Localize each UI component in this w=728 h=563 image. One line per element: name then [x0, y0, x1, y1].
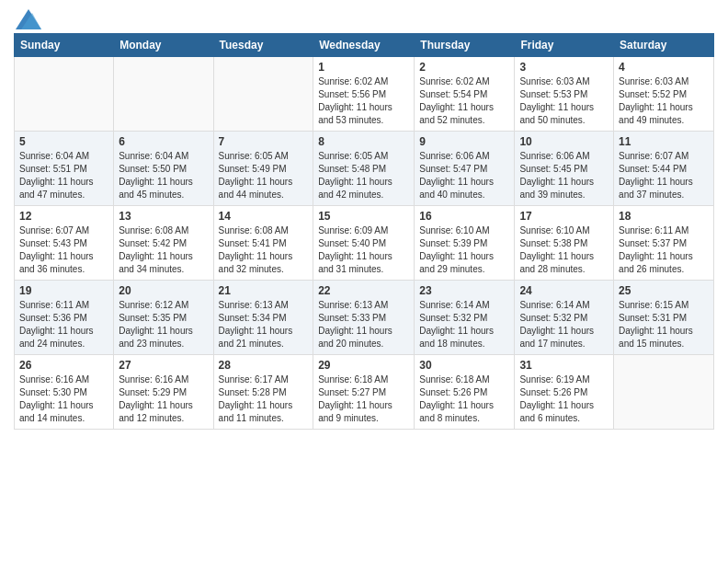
calendar-cell [114, 57, 213, 132]
calendar-cell: 6Sunrise: 6:04 AM Sunset: 5:50 PM Daylig… [114, 132, 213, 206]
weekday-header-friday: Friday [515, 34, 614, 57]
calendar-cell: 25Sunrise: 6:15 AM Sunset: 5:31 PM Dayli… [614, 281, 714, 355]
calendar-cell: 31Sunrise: 6:19 AM Sunset: 5:26 PM Dayli… [515, 355, 614, 430]
date-number: 19 [19, 284, 108, 297]
weekday-header-tuesday: Tuesday [213, 34, 313, 57]
cell-daylight-info: Sunrise: 6:16 AM Sunset: 5:29 PM Dayligh… [119, 373, 208, 425]
calendar-cell: 11Sunrise: 6:07 AM Sunset: 5:44 PM Dayli… [614, 132, 714, 206]
cell-daylight-info: Sunrise: 6:04 AM Sunset: 5:50 PM Dayligh… [119, 150, 208, 201]
date-number: 29 [318, 359, 409, 372]
weekday-header-row: SundayMondayTuesdayWednesdayThursdayFrid… [15, 34, 714, 57]
calendar-cell: 1Sunrise: 6:02 AM Sunset: 5:56 PM Daylig… [313, 57, 415, 132]
date-number: 7 [219, 135, 309, 148]
cell-daylight-info: Sunrise: 6:18 AM Sunset: 5:27 PM Dayligh… [318, 373, 409, 425]
weekday-header-thursday: Thursday [415, 34, 515, 57]
cell-daylight-info: Sunrise: 6:11 AM Sunset: 5:37 PM Dayligh… [619, 224, 709, 276]
cell-daylight-info: Sunrise: 6:10 AM Sunset: 5:38 PM Dayligh… [519, 224, 609, 276]
calendar-cell: 28Sunrise: 6:17 AM Sunset: 5:28 PM Dayli… [213, 355, 313, 430]
calendar-cell: 4Sunrise: 6:03 AM Sunset: 5:52 PM Daylig… [614, 57, 714, 132]
calendar-cell [213, 57, 313, 132]
calendar-cell: 17Sunrise: 6:10 AM Sunset: 5:38 PM Dayli… [515, 206, 614, 281]
cell-daylight-info: Sunrise: 6:19 AM Sunset: 5:26 PM Dayligh… [519, 373, 609, 425]
calendar-table: SundayMondayTuesdayWednesdayThursdayFrid… [14, 33, 714, 430]
logo-icon [16, 9, 41, 29]
calendar-cell: 22Sunrise: 6:13 AM Sunset: 5:33 PM Dayli… [313, 281, 415, 355]
date-number: 15 [318, 210, 409, 223]
calendar-week-row: 19Sunrise: 6:11 AM Sunset: 5:36 PM Dayli… [15, 281, 714, 355]
calendar-cell: 9Sunrise: 6:06 AM Sunset: 5:47 PM Daylig… [415, 132, 515, 206]
cell-daylight-info: Sunrise: 6:13 AM Sunset: 5:34 PM Dayligh… [219, 299, 309, 350]
calendar-cell: 12Sunrise: 6:07 AM Sunset: 5:43 PM Dayli… [15, 206, 114, 281]
date-number: 10 [519, 135, 609, 148]
calendar-cell: 24Sunrise: 6:14 AM Sunset: 5:32 PM Dayli… [515, 281, 614, 355]
date-number: 21 [219, 284, 309, 297]
date-number: 26 [19, 359, 108, 372]
calendar-cell [614, 355, 714, 430]
calendar-cell: 16Sunrise: 6:10 AM Sunset: 5:39 PM Dayli… [415, 206, 515, 281]
date-number: 20 [119, 284, 208, 297]
date-number: 14 [219, 210, 309, 223]
calendar-cell: 20Sunrise: 6:12 AM Sunset: 5:35 PM Dayli… [114, 281, 213, 355]
date-number: 8 [318, 135, 409, 148]
calendar-cell: 5Sunrise: 6:04 AM Sunset: 5:51 PM Daylig… [15, 132, 114, 206]
date-number: 16 [419, 210, 509, 223]
calendar-cell: 2Sunrise: 6:02 AM Sunset: 5:54 PM Daylig… [415, 57, 515, 132]
cell-daylight-info: Sunrise: 6:02 AM Sunset: 5:54 PM Dayligh… [419, 75, 509, 127]
calendar-cell: 3Sunrise: 6:03 AM Sunset: 5:53 PM Daylig… [515, 57, 614, 132]
cell-daylight-info: Sunrise: 6:18 AM Sunset: 5:26 PM Dayligh… [419, 373, 509, 425]
cell-daylight-info: Sunrise: 6:06 AM Sunset: 5:47 PM Dayligh… [419, 150, 509, 201]
cell-daylight-info: Sunrise: 6:14 AM Sunset: 5:32 PM Dayligh… [419, 299, 509, 350]
cell-daylight-info: Sunrise: 6:14 AM Sunset: 5:32 PM Dayligh… [519, 299, 609, 350]
weekday-header-wednesday: Wednesday [313, 34, 415, 57]
cell-daylight-info: Sunrise: 6:17 AM Sunset: 5:28 PM Dayligh… [219, 373, 309, 425]
calendar-week-row: 1Sunrise: 6:02 AM Sunset: 5:56 PM Daylig… [15, 57, 714, 132]
weekday-header-saturday: Saturday [614, 34, 714, 57]
cell-daylight-info: Sunrise: 6:07 AM Sunset: 5:43 PM Dayligh… [19, 224, 108, 276]
cell-daylight-info: Sunrise: 6:05 AM Sunset: 5:49 PM Dayligh… [219, 150, 309, 201]
cell-daylight-info: Sunrise: 6:12 AM Sunset: 5:35 PM Dayligh… [119, 299, 208, 350]
weekday-header-monday: Monday [114, 34, 213, 57]
calendar-week-row: 12Sunrise: 6:07 AM Sunset: 5:43 PM Dayli… [15, 206, 714, 281]
date-number: 28 [219, 359, 309, 372]
cell-daylight-info: Sunrise: 6:11 AM Sunset: 5:36 PM Dayligh… [19, 299, 108, 350]
cell-daylight-info: Sunrise: 6:09 AM Sunset: 5:40 PM Dayligh… [318, 224, 409, 276]
page-container: SundayMondayTuesdayWednesdayThursdayFrid… [0, 0, 728, 439]
cell-daylight-info: Sunrise: 6:13 AM Sunset: 5:33 PM Dayligh… [318, 299, 409, 350]
cell-daylight-info: Sunrise: 6:05 AM Sunset: 5:48 PM Dayligh… [318, 150, 409, 201]
calendar-cell: 19Sunrise: 6:11 AM Sunset: 5:36 PM Dayli… [15, 281, 114, 355]
date-number: 22 [318, 284, 409, 297]
cell-daylight-info: Sunrise: 6:08 AM Sunset: 5:42 PM Dayligh… [119, 224, 208, 276]
calendar-cell: 27Sunrise: 6:16 AM Sunset: 5:29 PM Dayli… [114, 355, 213, 430]
date-number: 13 [119, 210, 208, 223]
date-number: 27 [119, 359, 208, 372]
cell-daylight-info: Sunrise: 6:02 AM Sunset: 5:56 PM Dayligh… [318, 75, 409, 127]
calendar-week-row: 5Sunrise: 6:04 AM Sunset: 5:51 PM Daylig… [15, 132, 714, 206]
calendar-cell: 21Sunrise: 6:13 AM Sunset: 5:34 PM Dayli… [213, 281, 313, 355]
cell-daylight-info: Sunrise: 6:03 AM Sunset: 5:52 PM Dayligh… [619, 75, 709, 127]
date-number: 2 [419, 61, 509, 74]
calendar-cell: 23Sunrise: 6:14 AM Sunset: 5:32 PM Dayli… [415, 281, 515, 355]
date-number: 5 [19, 135, 108, 148]
date-number: 31 [519, 359, 609, 372]
calendar-cell: 18Sunrise: 6:11 AM Sunset: 5:37 PM Dayli… [614, 206, 714, 281]
calendar-cell: 26Sunrise: 6:16 AM Sunset: 5:30 PM Dayli… [15, 355, 114, 430]
date-number: 6 [119, 135, 208, 148]
calendar-cell: 10Sunrise: 6:06 AM Sunset: 5:45 PM Dayli… [515, 132, 614, 206]
weekday-header-sunday: Sunday [15, 34, 114, 57]
date-number: 11 [619, 135, 709, 148]
page-header [14, 9, 714, 26]
cell-daylight-info: Sunrise: 6:15 AM Sunset: 5:31 PM Dayligh… [619, 299, 709, 350]
calendar-cell: 14Sunrise: 6:08 AM Sunset: 5:41 PM Dayli… [213, 206, 313, 281]
calendar-week-row: 26Sunrise: 6:16 AM Sunset: 5:30 PM Dayli… [15, 355, 714, 430]
cell-daylight-info: Sunrise: 6:06 AM Sunset: 5:45 PM Dayligh… [519, 150, 609, 201]
cell-daylight-info: Sunrise: 6:08 AM Sunset: 5:41 PM Dayligh… [219, 224, 309, 276]
date-number: 25 [619, 284, 709, 297]
date-number: 23 [419, 284, 509, 297]
calendar-cell: 8Sunrise: 6:05 AM Sunset: 5:48 PM Daylig… [313, 132, 415, 206]
calendar-cell: 7Sunrise: 6:05 AM Sunset: 5:49 PM Daylig… [213, 132, 313, 206]
date-number: 1 [318, 61, 409, 74]
calendar-cell: 13Sunrise: 6:08 AM Sunset: 5:42 PM Dayli… [114, 206, 213, 281]
date-number: 24 [519, 284, 609, 297]
calendar-cell [15, 57, 114, 132]
cell-daylight-info: Sunrise: 6:16 AM Sunset: 5:30 PM Dayligh… [19, 373, 108, 425]
